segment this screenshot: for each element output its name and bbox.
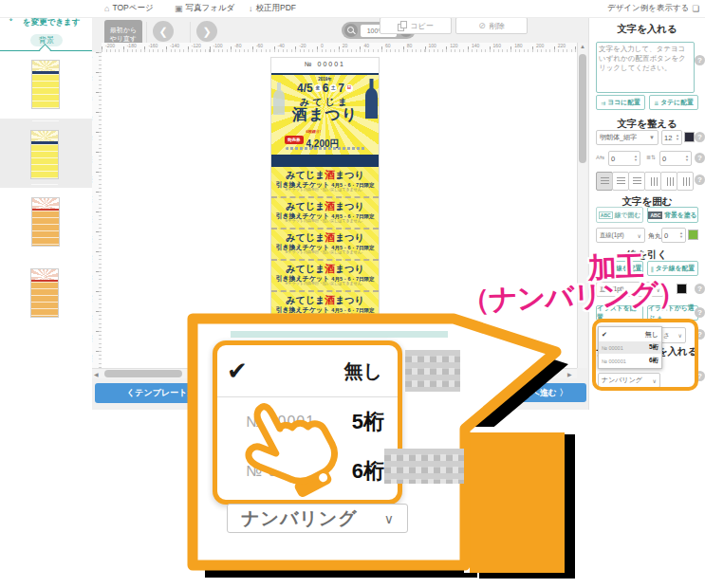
horizontal-scroll-thumb[interactable] <box>104 370 182 377</box>
help-icon[interactable]: ? <box>695 307 705 318</box>
zoom-out-button[interactable] <box>344 24 358 37</box>
advance-ticket-badge: 前売券 <box>285 136 304 144</box>
ruler-label: 180 <box>514 43 522 48</box>
redo-button[interactable]: ❯ <box>196 21 217 42</box>
home-icon: ⌂ <box>104 4 109 13</box>
scroll-left-icon[interactable]: ◀ <box>94 371 99 377</box>
blurred-content <box>405 350 460 392</box>
help-icon[interactable]: ? <box>695 153 705 163</box>
ruler-label: 100 <box>429 43 436 48</box>
ruler-label: -120 <box>192 43 201 48</box>
ticket-stub: みてじま酒まつり引き換えチケット 4月5・6・7日限定※チケットの再発行・払い戻… <box>271 228 379 259</box>
dropdown-option-6-digits[interactable]: № 0000016桁 <box>599 354 661 368</box>
background-thumbnail-selected[interactable] <box>30 130 59 179</box>
ruler-label: 140 <box>92 195 93 203</box>
pick-illustration-button[interactable]: イラストから選ぶ ＋ <box>647 305 698 321</box>
ruler-label: 20 <box>92 76 93 82</box>
thumb-body <box>32 74 59 121</box>
menu-photo-folder[interactable]: ▣ 写真フォルダ <box>175 3 234 14</box>
help-icon[interactable]: ? <box>695 371 705 381</box>
horizontal-text-icon: ⇉ <box>601 100 605 106</box>
line-color-swatch[interactable] <box>677 284 687 294</box>
help-icon[interactable]: ? <box>695 284 705 294</box>
line-style-select[interactable]: 直線(1pt)∨ <box>596 282 664 297</box>
ruler-label: 200 <box>536 43 544 48</box>
stepper-icons[interactable]: ▲▼ <box>676 134 679 141</box>
scroll-up-icon[interactable]: ▲ <box>580 44 585 49</box>
text-color-swatch[interactable] <box>684 132 695 142</box>
orange-block-border <box>464 427 565 573</box>
ticket-design-object[interactable]: № 00001 2019年 4/5金6土7日 みてじま 酒まつり 前売券 6枚綴… <box>270 57 380 366</box>
delete-icon: ⊘ <box>478 21 486 30</box>
corner-radius-stepper[interactable]: 0▲▼ <box>661 228 686 243</box>
align-right-button[interactable] <box>628 172 645 191</box>
ruler-label: -180 <box>127 43 137 48</box>
place-vertical-button[interactable]: ⇊タテに配置 <box>649 95 698 110</box>
ruler-label: 80 <box>407 43 413 48</box>
vertical-scrollbar[interactable]: ▲ <box>577 43 587 368</box>
orange-block <box>470 432 565 573</box>
ruler-label: 100 <box>92 156 93 163</box>
background-thumbnail[interactable] <box>31 197 60 247</box>
align-left-button[interactable] <box>596 172 613 191</box>
vertical-line-button[interactable]: ∥タテ線を配置 <box>647 261 698 276</box>
dropdown-option-none[interactable]: ✔ 無し <box>599 327 661 341</box>
divider <box>146 22 147 45</box>
scroll-right-icon[interactable]: ▶ <box>567 371 572 377</box>
place-illustration-button[interactable]: イラストを配置 <box>596 305 643 321</box>
ruler-label: 140 <box>472 43 479 48</box>
numbering-select[interactable]: ナンバリング∨ <box>598 373 660 388</box>
vertical-scroll-thumb[interactable] <box>579 54 586 163</box>
copy-icon <box>398 21 406 30</box>
numbering-select-label: ナンバリング <box>241 506 358 531</box>
ruler-label: 80 <box>92 136 93 141</box>
help-icon[interactable]: ? <box>695 175 705 185</box>
chevron-down-icon: ∨ <box>653 377 657 384</box>
design-editor-app: ⌂ TOPページ ▣ 写真フォルダ ↓ 校正用PDF デザイン例を表示する ❏ … <box>0 0 705 588</box>
font-select[interactable]: 明朝体_細字▼ <box>596 130 659 145</box>
next-screen-button[interactable]: 画面へ進む 〉 <box>495 383 586 402</box>
ruler-label: 280 <box>92 335 93 342</box>
callout-numbering-select[interactable]: ナンバリング ∨ <box>227 504 408 533</box>
thumb-body <box>31 282 58 329</box>
horizontal-line-button[interactable]: ≡ヨコ線を配置 <box>596 261 643 276</box>
valign-bottom-button[interactable] <box>677 172 694 191</box>
ruler-label: -160 <box>148 43 158 48</box>
menu-top-page[interactable]: ⌂ TOPページ <box>104 3 154 14</box>
menu-proof-pdf[interactable]: ↓ 校正用PDF <box>249 3 296 14</box>
ruler-label: 40 <box>363 43 369 48</box>
ruler-label: 160 <box>493 43 501 48</box>
ruler-label: -140 <box>170 43 179 48</box>
none-label: 無し <box>344 358 382 384</box>
background-thumbnail[interactable] <box>31 60 60 109</box>
top-menu-bar: ⌂ TOPページ ▣ 写真フォルダ ↓ 校正用PDF デザイン例を表示する ❏ <box>0 0 705 18</box>
callout-teal-bar <box>231 331 448 338</box>
line-spacing-icon: ≣⇅ <box>646 154 656 160</box>
ruler-label: 40 <box>92 96 93 101</box>
ruler-label: 200 <box>92 255 93 263</box>
thumb-body <box>32 211 59 258</box>
ticket-dates: 4/5金6土7日 <box>271 82 379 95</box>
font-size-stepper[interactable]: 12▲▼ <box>661 130 682 145</box>
outline-text-button[interactable]: ABC線で囲む <box>596 207 643 223</box>
place-horizontal-button[interactable]: ⇉ヨコに配置 <box>596 95 645 110</box>
text-input-area[interactable] <box>596 42 695 93</box>
align-center-button[interactable] <box>612 172 629 191</box>
copy-button[interactable]: コピー <box>380 17 452 34</box>
valign-top-button[interactable] <box>644 172 661 191</box>
help-icon[interactable]: ? <box>695 55 705 65</box>
help-icon[interactable]: ? <box>695 132 705 142</box>
undo-button[interactable]: ❮ <box>153 21 174 42</box>
thumb-header <box>32 61 59 74</box>
outline-style-select[interactable]: 直線(1pt)∨ <box>596 228 645 243</box>
dropdown-option-5-digits[interactable]: № 000015桁 <box>599 341 661 354</box>
valign-middle-button[interactable] <box>660 172 677 191</box>
line-spacing-stepper[interactable]: 0▲▼ <box>659 151 692 166</box>
letter-spacing-stepper[interactable]: 0▲▼ <box>608 151 640 166</box>
fill-background-button[interactable]: ABC背景を塗る <box>647 207 698 223</box>
background-thumbnail[interactable] <box>30 268 59 318</box>
fill-color-swatch[interactable] <box>688 230 698 240</box>
delete-button[interactable]: ⊘ 削除 <box>455 17 528 34</box>
help-icon[interactable]: ? <box>695 329 705 340</box>
design-examples-link[interactable]: デザイン例を表示する ❏ <box>607 3 699 14</box>
